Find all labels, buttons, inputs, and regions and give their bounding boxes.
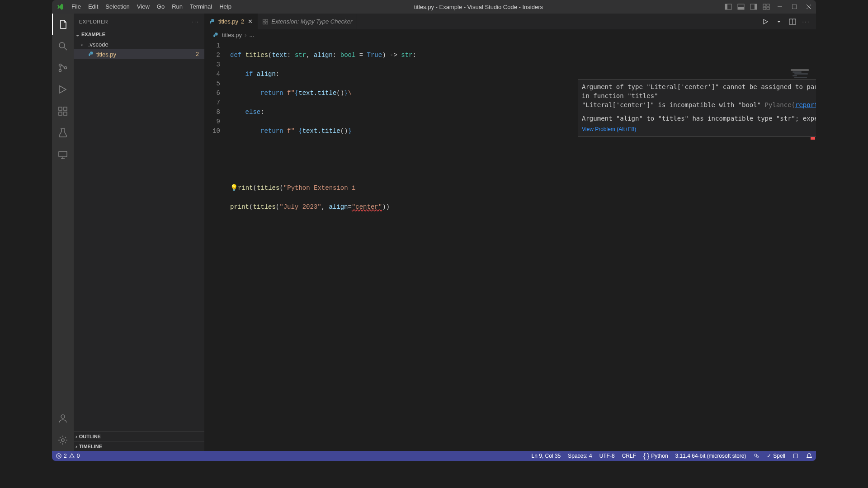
run-python-button[interactable] [759,15,772,28]
chevron-right-icon: › [75,444,77,449]
line-numbers: 12345678910 [205,41,228,136]
timeline-section[interactable]: › TIMELINE [74,441,204,451]
extensions-icon[interactable] [52,100,74,122]
status-language[interactable]: { } Python [640,451,672,461]
sidebar-more-icon[interactable]: ··· [192,19,199,24]
svg-point-14 [59,42,65,48]
svg-point-18 [65,67,67,69]
chevron-right-icon: › [245,32,246,38]
explorer-icon[interactable] [52,14,74,35]
status-encoding[interactable]: UTF-8 [596,451,618,461]
svg-rect-39 [794,454,798,458]
folder-section-header[interactable]: ⌄ EXAMPLE [74,29,204,39]
svg-point-16 [59,64,61,66]
svg-rect-28 [263,19,265,21]
view-problem-link[interactable]: View Problem (Alt+F8) [582,125,816,134]
status-bar: 2 0 Ln 9, Col 35 Spaces: 4 UTF-8 CRLF { … [52,451,816,461]
svg-rect-31 [266,22,268,23]
menu-edit[interactable]: Edit [85,0,102,14]
error-icon [56,453,62,459]
status-cursor-position[interactable]: Ln 9, Col 35 [528,451,565,461]
menu-file[interactable]: File [68,0,85,14]
settings-gear-icon[interactable] [52,429,74,451]
pylance-rule-link[interactable]: reportGeneralTypeIssues [795,101,816,108]
menu-run[interactable]: Run [168,0,186,14]
remote-explorer-icon[interactable] [52,144,74,165]
extension-icon [262,19,269,25]
menu-bar: File Edit Selection View Go Run Terminal… [68,0,235,14]
file-tree: › .vscode titles.py 2 [74,39,204,431]
svg-point-37 [755,454,757,456]
maximize-button[interactable] [787,0,802,14]
folder-vscode[interactable]: › .vscode [74,39,204,49]
svg-line-15 [64,47,67,50]
toggle-secondary-sidebar-icon[interactable] [747,0,760,14]
svg-rect-23 [59,151,67,157]
svg-rect-30 [263,22,265,23]
editor-more-icon[interactable]: ··· [800,15,812,28]
python-file-icon [213,32,219,38]
menu-view[interactable]: View [133,0,153,14]
run-debug-icon[interactable] [52,79,74,100]
toggle-panel-icon[interactable] [735,0,747,14]
run-dropdown-icon[interactable] [773,15,785,28]
svg-point-27 [61,439,64,441]
tab-extension-mypy[interactable]: Extension: Mypy Type Checker [258,14,357,29]
svg-rect-29 [266,19,268,21]
minimize-button[interactable] [773,0,787,14]
diagnostic-hover: Argument of type "Literal['center']" can… [578,79,816,137]
menu-terminal[interactable]: Terminal [186,0,216,14]
svg-rect-11 [792,5,797,9]
menu-help[interactable]: Help [216,0,235,14]
customize-layout-icon[interactable] [760,0,773,14]
status-python-interpreter[interactable]: 3.11.4 64-bit (microsoft store) [672,451,750,461]
svg-point-26 [61,415,65,418]
status-spell[interactable]: ✓Spell [763,451,789,461]
status-notifications-icon[interactable] [802,451,816,461]
status-indentation[interactable]: Spaces: 4 [564,451,595,461]
python-file-icon [209,19,216,25]
close-button[interactable] [802,0,816,14]
svg-rect-20 [59,112,62,115]
svg-rect-22 [64,107,67,110]
code-content[interactable]: def titles(text: str, align: bool = True… [230,41,816,250]
explorer-sidebar: EXPLORER ··· ⌄ EXAMPLE › .vscode titles.… [74,14,205,451]
python-file-icon [88,51,96,57]
search-icon[interactable] [52,35,74,57]
svg-rect-21 [64,112,67,115]
menu-go[interactable]: Go [153,0,168,14]
sidebar-title: EXPLORER [79,19,108,24]
status-problems[interactable]: 2 0 [52,451,83,461]
file-titles-py[interactable]: titles.py 2 [74,49,204,59]
svg-rect-9 [767,7,769,9]
source-control-icon[interactable] [52,57,74,79]
outline-section[interactable]: › OUTLINE [74,431,204,441]
menu-selection[interactable]: Selection [102,0,133,14]
accounts-icon[interactable] [52,408,74,429]
tab-titles-py[interactable]: titles.py 2 ✕ [205,14,258,29]
close-tab-icon[interactable]: ✕ [248,18,253,25]
status-eol[interactable]: CRLF [618,451,640,461]
status-prettier-icon[interactable] [789,451,802,461]
svg-rect-1 [725,4,727,9]
editor-area: titles.py 2 ✕ Extension: Mypy Type Check… [205,14,816,451]
chevron-right-icon: › [81,41,88,48]
editor-tabs: titles.py 2 ✕ Extension: Mypy Type Check… [205,14,816,29]
error-marker[interactable] [811,137,815,140]
title-bar: File Edit Selection View Go Run Terminal… [52,0,816,14]
warning-icon [69,453,75,459]
svg-rect-5 [755,4,757,9]
breadcrumb[interactable]: titles.py › ... [205,29,816,41]
testing-icon[interactable] [52,122,74,144]
lightbulb-icon[interactable]: 💡 [230,184,238,192]
vscode-logo-icon [52,3,68,10]
svg-rect-3 [738,7,744,9]
split-editor-icon[interactable] [786,15,799,28]
chevron-down-icon: ⌄ [75,32,80,38]
status-tweet-feedback-icon[interactable] [750,451,763,461]
svg-rect-6 [763,4,766,6]
svg-rect-8 [763,7,766,9]
activity-bar [52,14,74,451]
svg-point-38 [757,456,759,458]
toggle-primary-sidebar-icon[interactable] [722,0,735,14]
